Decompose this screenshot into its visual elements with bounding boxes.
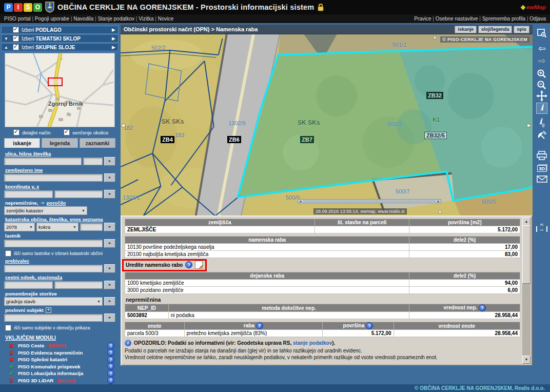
pan-right-icon[interactable]: ▶ (527, 123, 531, 128)
overview-map[interactable]: Zgornji Brnik (5, 53, 115, 127)
menu-item-novice[interactable]: Novice (154, 16, 174, 22)
koordinata-y-input[interactable] (4, 190, 53, 198)
map-button-sloji-legenda[interactable]: sloji/legenda (478, 26, 513, 33)
module-help-button[interactable]: ? (107, 342, 114, 349)
prebivalec-label[interactable]: prebivalec (5, 258, 115, 264)
map-button-opis[interactable]: opis (514, 26, 529, 33)
history-forward-button[interactable]: ⇨ (534, 56, 550, 66)
tab-zaznamki[interactable]: zaznamki (80, 138, 115, 148)
module-help-button[interactable]: ? (107, 370, 114, 377)
subjekt-obmocje-checkbox[interactable] (5, 325, 11, 331)
podlago-checkbox[interactable] (13, 27, 19, 33)
zoom-in-button[interactable] (534, 69, 550, 81)
pan-up-icon[interactable]: ▲ (433, 34, 437, 40)
edit-namenska-raba-link[interactable]: Uredite namensko rabo (126, 262, 183, 268)
ulica-input[interactable] (4, 158, 82, 165)
results-scrollbar[interactable]: ▲ ▼ (522, 218, 531, 364)
menu-item-navodila[interactable]: Navodila (69, 16, 93, 22)
3d-view-button[interactable]: 3D (534, 163, 550, 172)
porocilo-link[interactable]: poročilo (47, 200, 66, 206)
help-button[interactable]: ? (479, 304, 486, 311)
parcela-input[interactable] (80, 223, 103, 231)
accordion-skupni-sloji[interactable]: ▲ Izberi SKUPNE SLOJE ▶ (1, 43, 119, 51)
ko-name-select[interactable]: kokra ▼ (36, 223, 78, 231)
identify-button-active[interactable]: i (536, 103, 547, 114)
hisna-stevilka-input[interactable] (83, 158, 103, 165)
parcela-go-button[interactable]: ▸ (104, 223, 115, 231)
identify-group-button[interactable]: ig (534, 117, 550, 127)
menu-item-profil[interactable]: Sprememba profila (478, 16, 526, 22)
module-evidenca-nepremicnin[interactable]: ✘ PISO Evidenca nepremičnin ? (0, 349, 120, 357)
history-back-button[interactable]: ⇦ (534, 44, 550, 53)
menu-item-piso-portal[interactable]: PISO portal (4, 16, 31, 22)
piso-logo[interactable]: P I S O (4, 3, 42, 12)
panel-collapse-handle[interactable]: ▲ ▲ (298, 199, 441, 203)
menu-item-vizitka[interactable]: Vizitka (134, 16, 153, 22)
zemljepisno-label[interactable]: zemljepisno ime (5, 167, 115, 173)
scroll-up-button[interactable]: ▲ (522, 218, 531, 226)
full-extent-button[interactable] (534, 28, 550, 40)
sloji-checkbox[interactable] (13, 44, 19, 50)
send-email-button[interactable] (534, 175, 550, 185)
scroll-thumb[interactable] (522, 225, 531, 284)
zemljepisno-go-button[interactable]: ▸ (104, 173, 115, 182)
menu-item-pogoji[interactable]: Pogoji uporabe (31, 16, 69, 22)
map-viewport[interactable]: 502/2 501/1 SK SKs 1302/9 SK SKs 182 183… (121, 34, 533, 216)
map-button-iskanje[interactable]: iskanje (455, 26, 477, 33)
lastnik-go-button[interactable]: ▸ (104, 239, 115, 248)
koordinata-x-input[interactable] (54, 190, 103, 198)
poslovni-go-button[interactable]: ▸ (104, 313, 115, 322)
help-button[interactable]: ? (256, 322, 263, 329)
tab-iskanje[interactable]: iskanje (4, 138, 40, 148)
accordion-podlago[interactable]: Izberi PODLAGO ▶ (1, 26, 119, 34)
lastnik-input[interactable] (4, 240, 103, 247)
storitve-go-button[interactable]: ▸ (104, 297, 115, 306)
menu-item-pravice[interactable]: Pravice (414, 16, 431, 22)
prebivalec-go-button[interactable]: ▸ (104, 264, 115, 273)
module-help-button[interactable]: ? (107, 349, 114, 356)
tematski-checkbox[interactable] (13, 35, 19, 42)
koordinata-label[interactable]: koordinata y, x (5, 184, 115, 189)
menu-item-stanje[interactable]: Stanje podatkov (93, 16, 134, 22)
scroll-down-button[interactable]: ▼ (522, 356, 531, 364)
help-button[interactable]: ? (185, 261, 192, 268)
menu-item-nastavitve[interactable]: Osebne nastavitve (431, 16, 478, 22)
pan-button[interactable] (534, 90, 550, 104)
zemljepisno-input[interactable] (4, 174, 103, 182)
prebivalec-input[interactable] (4, 265, 103, 272)
module-3d-lidar[interactable]: ✘ PISO 3D LiDAR (NOVO) ? (0, 377, 120, 384)
module-splosni-katastri[interactable]: ✘ PISO Splošni katastri ? (0, 356, 120, 363)
ulica-go-button[interactable]: ▸ (104, 157, 115, 166)
pan-left-icon[interactable]: ◀ (121, 123, 125, 128)
help-button[interactable]: ? (366, 322, 373, 329)
module-lokacijska-informacija[interactable]: ✔ PISO Lokacijska informacija ? (0, 370, 120, 377)
tab-legenda[interactable]: legenda (42, 138, 77, 148)
parcela-link[interactable]: parcela 500/3 (125, 330, 185, 337)
module-help-button[interactable]: ? (107, 363, 114, 370)
storitve-select[interactable]: gradnja stavb ▼ (4, 297, 103, 306)
module-piso-ceste[interactable]: ✘ PISO Ceste (NOVO) ? (0, 342, 120, 349)
kataster-select[interactable]: zemljiški kataster ▼ (4, 206, 87, 215)
sencenje-checkbox[interactable] (64, 129, 70, 135)
accordion-tematski-sklop[interactable]: ▼ Izberi TEMATSKI SKLOP ▶ (1, 34, 119, 43)
modules-title-link[interactable]: VKLJUČENI MODULI (5, 335, 120, 341)
poslovni-input[interactable] (4, 314, 103, 322)
gps-button[interactable] (534, 130, 550, 143)
expand-plus-icon[interactable]: + (46, 307, 51, 313)
lastnik-ko-checkbox[interactable] (5, 250, 11, 257)
ko-number-select[interactable]: 2078 ▼ (4, 223, 35, 231)
stanje-podatkov-link[interactable]: stanje podatkov (293, 340, 332, 346)
module-help-button[interactable]: ? (107, 377, 114, 384)
detajlni-nacin-checkbox[interactable] (13, 129, 19, 135)
koordinata-go-button[interactable]: ▸ (104, 190, 115, 199)
cestni-odsek-input[interactable] (4, 281, 53, 289)
module-help-button[interactable]: ? (107, 356, 114, 363)
measure-button[interactable]: m ↔ (534, 223, 550, 232)
cestni-label[interactable]: cestni odsek, stacionaža (5, 275, 115, 280)
edit-document-icon[interactable] (195, 261, 203, 269)
menu-item-odjava[interactable]: Odjava (525, 16, 546, 22)
module-komunalni-prispevek[interactable]: ✔ PISO Komunalni prispevek ? (0, 363, 120, 370)
ko-label[interactable]: katastrska občina, številka, vnos seznam… (5, 217, 115, 222)
ulica-label[interactable]: ulica, hišna številka (5, 151, 115, 156)
pan-down-icon[interactable]: ▼ (438, 209, 442, 214)
